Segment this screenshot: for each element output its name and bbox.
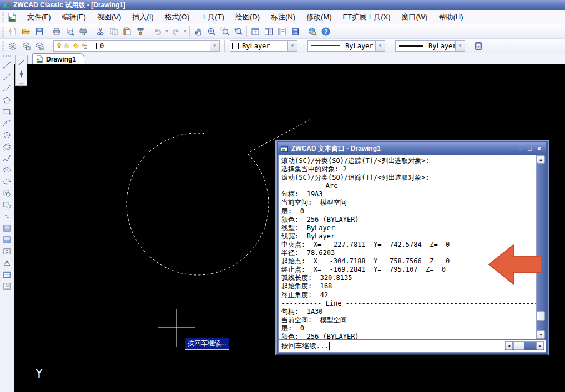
- arc-icon[interactable]: [1, 118, 13, 129]
- rectangle-icon[interactable]: [1, 106, 13, 118]
- menu-item-dimension[interactable]: 标注(N): [265, 11, 301, 24]
- polygon-icon[interactable]: [1, 94, 13, 106]
- text-window-titlebar[interactable]: ZWCAD 文本窗口 - Drawing1 –□×: [278, 142, 546, 155]
- tab-drawing1[interactable]: Drawing1: [32, 53, 84, 64]
- make-block-icon[interactable]: [1, 199, 13, 211]
- text-window-prompt-row[interactable]: 按回车继续... ◄ ►: [279, 339, 546, 352]
- close-button[interactable]: ×: [534, 145, 544, 153]
- linetype-dropdown-arrow[interactable]: ▼: [375, 41, 385, 51]
- quickcalc-icon[interactable]: [472, 39, 485, 53]
- inquiry-toolbar: [15, 55, 27, 86]
- copy-icon[interactable]: [107, 25, 120, 38]
- construction-line-icon[interactable]: [1, 71, 13, 83]
- mtext-icon[interactable]: A: [1, 281, 13, 292]
- circle-icon[interactable]: [1, 129, 13, 141]
- scroll-up-button[interactable]: ▲: [537, 155, 545, 164]
- paste-icon[interactable]: [120, 25, 134, 38]
- properties-toolbar-grip[interactable]: [2, 40, 4, 52]
- menu-item-file[interactable]: 文件(F): [22, 11, 57, 24]
- horizontal-scrollbar[interactable]: ◄ ►: [505, 341, 544, 350]
- revision-cloud-icon[interactable]: [1, 141, 13, 152]
- calculator-icon[interactable]: [289, 25, 302, 38]
- find-icon[interactable]: [306, 25, 319, 38]
- linetype-dropdown[interactable]: ByLayer ▼: [307, 40, 385, 52]
- vertical-scroll-thumb[interactable]: [537, 311, 545, 321]
- design-center-icon[interactable]: [262, 25, 275, 38]
- freeze-icon[interactable]: [63, 42, 72, 49]
- minimize-button[interactable]: –: [516, 145, 525, 153]
- color-dropdown-arrow[interactable]: ▼: [287, 41, 297, 51]
- help-icon[interactable]: ?: [319, 25, 332, 38]
- scroll-left-button[interactable]: ◄: [505, 342, 513, 350]
- lineweight-dropdown-arrow[interactable]: ▼: [455, 41, 465, 51]
- region-icon[interactable]: [1, 246, 13, 257]
- plot-layer-icon[interactable]: [80, 42, 88, 49]
- color-dropdown[interactable]: ByLayer ▼: [230, 40, 297, 52]
- menu-item-edit[interactable]: 编辑(E): [57, 11, 92, 24]
- save-icon[interactable]: [33, 25, 46, 38]
- new-icon[interactable]: [6, 25, 19, 38]
- zoom-realtime-icon[interactable]: [205, 25, 218, 38]
- wipeout-icon[interactable]: [1, 257, 13, 269]
- draw-toolbar-grip[interactable]: [3, 55, 11, 58]
- list-icon[interactable]: [16, 80, 27, 91]
- insert-block-icon[interactable]: [1, 187, 13, 199]
- locate-point-icon[interactable]: [16, 68, 27, 80]
- layer-dropdown-arrow[interactable]: ▼: [210, 41, 219, 51]
- properties-toolbar: 0 ▼ ByLayer ▼ ByLayer ▼ ByLayer ▼: [0, 39, 565, 53]
- hatch-icon[interactable]: [1, 222, 13, 234]
- dropdown-arrow-icon[interactable]: ▼: [183, 29, 188, 34]
- ellipse-icon[interactable]: [1, 164, 13, 176]
- lineweight-dropdown[interactable]: ByLayer ▼: [395, 40, 465, 52]
- menu-item-insert[interactable]: 插入(I): [127, 11, 159, 24]
- menu-item-draw[interactable]: 绘图(D): [230, 11, 265, 24]
- tool-palettes-icon[interactable]: [275, 25, 289, 38]
- table-icon[interactable]: [1, 269, 13, 281]
- layers-icon[interactable]: [6, 39, 19, 53]
- linetype-dropdown-value: ByLayer: [344, 42, 375, 50]
- standard-toolbar-grip[interactable]: [2, 26, 4, 37]
- menu-item-help[interactable]: 帮助(H): [433, 11, 468, 24]
- app-titlebar[interactable]: ZWCAD Classic 试用版 - [Drawing1]: [0, 0, 565, 10]
- properties-icon[interactable]: [249, 25, 262, 38]
- cut-icon[interactable]: [94, 25, 107, 38]
- layer-states-icon[interactable]: [19, 39, 33, 53]
- pan-icon[interactable]: [191, 25, 205, 38]
- menu-item-window[interactable]: 窗口(W): [396, 11, 433, 24]
- open-icon[interactable]: [19, 25, 33, 38]
- menubar-grip[interactable]: [2, 12, 4, 23]
- horizontal-scroll-thumb[interactable]: [513, 342, 524, 350]
- zoom-window-icon[interactable]: [218, 25, 231, 38]
- layer-previous-icon[interactable]: [33, 39, 46, 53]
- format-painter-icon[interactable]: [134, 25, 147, 38]
- redo-icon[interactable]: [169, 25, 183, 38]
- gradient-icon[interactable]: [1, 234, 13, 246]
- scroll-down-button[interactable]: ▼: [537, 330, 545, 339]
- menu-item-modify[interactable]: 修改(M): [301, 11, 337, 24]
- plot-icon[interactable]: [77, 25, 90, 38]
- ellipse-arc-icon[interactable]: [1, 176, 13, 187]
- line-icon[interactable]: [1, 59, 13, 71]
- scroll-right-button[interactable]: ►: [536, 342, 544, 350]
- menu-item-tools[interactable]: 工具(T): [195, 11, 230, 24]
- distance-icon[interactable]: [16, 57, 27, 68]
- menu-item-express[interactable]: ET扩展工具(X): [337, 11, 396, 24]
- sun-icon[interactable]: [72, 42, 80, 49]
- zoom-previous-icon[interactable]: [231, 25, 245, 38]
- print-icon[interactable]: [50, 25, 63, 38]
- dropdown-arrow-icon[interactable]: ▼: [164, 29, 169, 34]
- menu-item-format[interactable]: 格式(O): [159, 11, 195, 24]
- bulb-icon[interactable]: [55, 42, 63, 49]
- layer-dropdown[interactable]: 0 ▼: [53, 40, 220, 52]
- lineweight-preview: [399, 45, 423, 47]
- dwg-file-icon: [7, 12, 17, 22]
- polyline-icon[interactable]: [1, 83, 13, 94]
- undo-icon[interactable]: [151, 25, 164, 38]
- spline-icon[interactable]: [1, 152, 13, 164]
- point-icon[interactable]: [1, 211, 13, 222]
- red-arrow-annotation: [487, 243, 543, 287]
- toolbar-separator: [189, 26, 190, 37]
- menu-item-view[interactable]: 视图(V): [92, 11, 127, 24]
- print-preview-icon[interactable]: [63, 25, 77, 38]
- maximize-button[interactable]: □: [525, 145, 534, 153]
